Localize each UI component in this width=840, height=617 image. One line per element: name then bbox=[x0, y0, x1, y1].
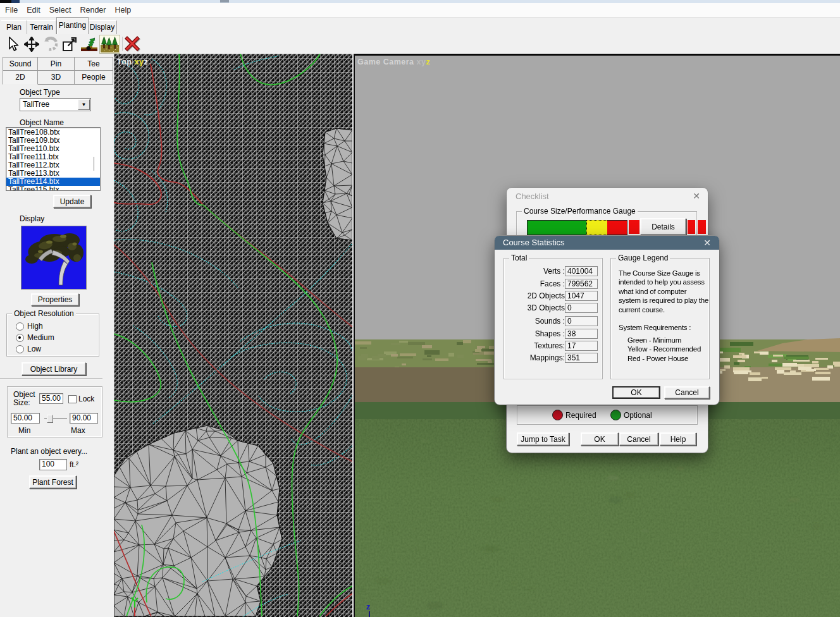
object-name-list[interactable]: TallTree108.btx TallTree109.btx TallTree… bbox=[6, 127, 101, 191]
plant-forest-button[interactable]: Plant Forest bbox=[29, 475, 77, 489]
resolution-high-radio[interactable] bbox=[16, 322, 24, 331]
map-view-label: Top xyz bbox=[117, 58, 148, 66]
resolution-high-label[interactable]: High bbox=[27, 322, 43, 331]
list-item[interactable]: TallTree115.btx bbox=[6, 186, 100, 191]
planting-side-panel: Sound Pin Tee 2D 3D People Object Type T… bbox=[0, 54, 114, 617]
size-min-input[interactable]: 50.00 bbox=[11, 413, 40, 424]
stat-label-objects-3d: 3D Objects bbox=[528, 303, 565, 312]
map-axis-z: z bbox=[144, 58, 148, 66]
max-label: Max bbox=[71, 426, 85, 435]
update-button[interactable]: Update bbox=[53, 195, 91, 208]
resolution-low-radio[interactable] bbox=[16, 345, 24, 353]
object-library-button[interactable]: Object Library bbox=[22, 362, 86, 376]
plant-tree-tool-button[interactable] bbox=[81, 35, 97, 52]
plant-every-input[interactable]: 100 bbox=[39, 459, 67, 470]
scale-tool-button[interactable] bbox=[61, 35, 78, 52]
checklist-close-icon[interactable]: ✕ bbox=[693, 191, 700, 201]
stat-value-shapes: 38 bbox=[565, 329, 598, 339]
checklist-cancel-button[interactable]: Cancel bbox=[619, 432, 658, 446]
menu-render[interactable]: Render bbox=[75, 4, 110, 16]
select-tool-button[interactable] bbox=[5, 35, 22, 52]
menu-help[interactable]: Help bbox=[110, 4, 135, 16]
move-icon bbox=[24, 37, 39, 52]
move-tool-button[interactable] bbox=[23, 35, 40, 52]
stat-row-faces: Faces : 799562 bbox=[503, 279, 593, 289]
list-scrollbar[interactable] bbox=[94, 157, 95, 171]
menu-edit[interactable]: Edit bbox=[22, 4, 45, 16]
map-view-name: Top bbox=[117, 58, 132, 66]
total-group-label: Total bbox=[509, 254, 529, 262]
tab-planting[interactable]: Planting bbox=[56, 17, 89, 34]
scale-icon bbox=[62, 37, 77, 52]
stats-cancel-button[interactable]: Cancel bbox=[664, 386, 710, 399]
resolution-medium-radio[interactable] bbox=[16, 334, 24, 342]
gauge-red-segment bbox=[607, 220, 627, 235]
toolbar-separator bbox=[122, 37, 123, 51]
object-preview bbox=[21, 226, 87, 290]
gauge-legend-line: system is required to play the bbox=[619, 296, 708, 305]
properties-button[interactable]: Properties bbox=[31, 293, 79, 306]
tab-plan[interactable]: Plan bbox=[1, 20, 27, 34]
resolution-low-label[interactable]: Low bbox=[27, 345, 41, 353]
stat-row-textures: Textures: 17 bbox=[503, 341, 593, 351]
stat-row-objects-2d: 2D Objects 1047 bbox=[503, 291, 593, 301]
map-axis-xy: xy bbox=[134, 58, 144, 66]
lock-label[interactable]: Lock bbox=[78, 394, 94, 403]
stat-value-verts: 401004 bbox=[565, 266, 598, 276]
system-requirements-list: Green - Minimum Yellow - Recommended Red… bbox=[627, 336, 701, 363]
map-mesh-canvas bbox=[114, 54, 352, 617]
rotate-tool-button[interactable] bbox=[42, 35, 58, 52]
tab-tee[interactable]: Tee bbox=[74, 57, 113, 71]
object-type-dropdown[interactable]: TallTree ▼ bbox=[20, 98, 91, 111]
optional-legend-icon bbox=[610, 410, 621, 420]
tab-3d[interactable]: 3D bbox=[37, 70, 75, 85]
object-size-label-text: Object Size: bbox=[13, 390, 35, 407]
gauge-legend-text: The Course Size Gauge is intended to hel… bbox=[619, 269, 708, 314]
menu-select[interactable]: Select bbox=[45, 4, 76, 16]
stat-label-faces: Faces : bbox=[540, 279, 565, 288]
system-requirement-item: Yellow - Recommended bbox=[627, 345, 701, 353]
map-2d-viewport[interactable]: Top xyz bbox=[114, 54, 352, 617]
stat-row-verts: Verts : 401004 bbox=[503, 266, 593, 276]
size-slider-thumb[interactable] bbox=[47, 415, 53, 423]
checklist-ok-button[interactable]: OK bbox=[581, 432, 619, 446]
stats-title-bar[interactable]: Course Statistics ✕ bbox=[495, 236, 719, 250]
delete-x-icon bbox=[125, 36, 141, 52]
stat-row-shapes: Shapes : 38 bbox=[503, 329, 593, 339]
min-label: Min bbox=[18, 426, 30, 435]
gauge-legend-line: current course. bbox=[619, 305, 708, 314]
tab-pin[interactable]: Pin bbox=[37, 57, 75, 71]
tab-sound[interactable]: Sound bbox=[3, 57, 38, 71]
stats-close-icon[interactable]: ✕ bbox=[703, 236, 711, 250]
jump-to-task-button[interactable]: Jump to Task bbox=[517, 432, 569, 446]
system-requirement-item: Red - Power House bbox=[627, 354, 701, 363]
stat-label-mappings: Mappings: bbox=[530, 353, 565, 362]
plant-forest-tool-button[interactable] bbox=[99, 35, 120, 54]
tab-terrain[interactable]: Terrain bbox=[27, 20, 56, 34]
checklist-help-button[interactable]: Help bbox=[660, 432, 696, 446]
delete-tool-button[interactable] bbox=[125, 35, 141, 52]
system-requirement-item: Green - Minimum bbox=[627, 336, 701, 345]
stat-row-objects-3d: 3D Objects 0 bbox=[503, 303, 593, 313]
stat-value-objects-2d: 1047 bbox=[565, 291, 598, 301]
gauge-yellow-marker bbox=[586, 220, 608, 235]
resolution-medium-label[interactable]: Medium bbox=[27, 333, 54, 342]
stats-ok-button[interactable]: OK bbox=[612, 386, 660, 399]
lock-checkbox[interactable] bbox=[68, 395, 77, 403]
details-button[interactable]: Details bbox=[640, 218, 686, 235]
plant-every-label: Plant an object every... bbox=[11, 447, 87, 456]
tab-people[interactable]: People bbox=[74, 70, 113, 85]
plant-unit-label: ft.² bbox=[70, 460, 78, 469]
gauge-legend-line: The Course Size Gauge is bbox=[619, 269, 708, 278]
gauge-legend-group-label: Gauge Legend bbox=[616, 254, 670, 262]
tab-2d[interactable]: 2D bbox=[3, 70, 38, 85]
object-type-value: TallTree bbox=[23, 100, 49, 109]
object-resolution-label: Object Resolution bbox=[12, 309, 76, 318]
tab-display[interactable]: Display bbox=[88, 20, 117, 34]
dropdown-arrow-icon[interactable]: ▼ bbox=[78, 99, 90, 110]
camera-view-name: Game Camera bbox=[357, 58, 414, 66]
menu-file[interactable]: File bbox=[1, 4, 22, 16]
object-size-input[interactable]: 55.00 bbox=[39, 393, 63, 404]
size-max-input[interactable]: 90.00 bbox=[70, 413, 98, 424]
gauge-legend-line: what kind of computer bbox=[619, 287, 708, 296]
